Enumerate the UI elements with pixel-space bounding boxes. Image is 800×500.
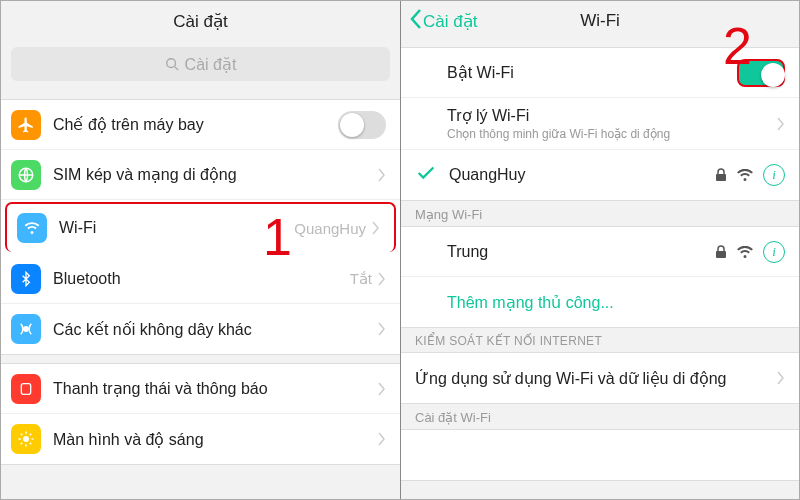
svg-rect-15 [716, 251, 726, 258]
info-icon[interactable]: i [763, 164, 785, 186]
page-title: Wi-Fi [580, 11, 620, 31]
lock-icon [715, 245, 727, 259]
airplane-row[interactable]: Chế độ trên máy bay [1, 100, 400, 150]
networks-group: Trung i Thêm mạng thủ công... [401, 226, 799, 328]
back-label: Cài đặt [423, 11, 477, 32]
other-conn-row[interactable]: Các kết nối không dây khác [1, 304, 400, 354]
settings-pane: Cài đặt Cài đặt Chế độ trên máy bay SIM … [1, 1, 400, 499]
svg-line-11 [30, 443, 32, 445]
add-network-label: Thêm mạng thủ công... [447, 293, 785, 312]
svg-point-3 [24, 327, 29, 332]
connectivity-group: Chế độ trên máy bay SIM kép và mạng di đ… [1, 99, 400, 355]
wifi-top-group: Bật Wi-Fi Trợ lý Wi-Fi Chọn thông minh g… [401, 47, 799, 201]
internet-control-section-label: KIỂM SOÁT KẾT NỐI INTERNET [401, 328, 799, 352]
connected-network-row[interactable]: QuangHuy i [401, 150, 799, 200]
network-name: Trung [447, 243, 715, 261]
display-row[interactable]: Màn hình và độ sáng [1, 414, 400, 464]
sim-label: SIM kép và mạng di động [53, 165, 378, 184]
chevron-right-icon [372, 221, 380, 235]
svg-line-1 [174, 67, 178, 71]
apps-using-row[interactable]: Ứng dụng sử dụng Wi-Fi và dữ liệu di độn… [401, 353, 799, 403]
svg-point-0 [166, 59, 175, 68]
network-row[interactable]: Trung i [401, 227, 799, 277]
airplane-toggle[interactable] [338, 111, 386, 139]
chevron-left-icon [409, 8, 423, 35]
svg-rect-14 [716, 174, 726, 181]
page-title: Cài đặt [173, 11, 227, 32]
airplane-label: Chế độ trên máy bay [53, 115, 338, 134]
svg-line-12 [21, 443, 23, 445]
wifi-assistant-label: Trợ lý Wi-Fi [447, 106, 777, 125]
bluetooth-row[interactable]: Bluetooth Tắt [1, 254, 400, 304]
search-wrap: Cài đặt [1, 41, 400, 91]
chevron-right-icon [378, 168, 386, 182]
airplane-icon [11, 110, 41, 140]
checkmark-icon [415, 162, 439, 188]
wifi-settings-section-label: Cài đặt Wi-Fi [401, 404, 799, 429]
chevron-right-icon [378, 382, 386, 396]
svg-point-5 [23, 436, 29, 442]
back-button[interactable]: Cài đặt [409, 8, 477, 35]
bluetooth-icon [11, 264, 41, 294]
internet-control-group: Ứng dụng sử dụng Wi-Fi và dữ liệu di độn… [401, 352, 799, 404]
svg-line-13 [30, 434, 32, 436]
brightness-icon [11, 424, 41, 454]
status-bar-label: Thanh trạng thái và thông báo [53, 379, 378, 398]
wifi-icon [17, 213, 47, 243]
status-bar-row[interactable]: Thanh trạng thái và thông báo [1, 364, 400, 414]
bluetooth-label: Bluetooth [53, 270, 350, 288]
cutoff-row[interactable] [401, 430, 799, 480]
connected-network-label: QuangHuy [449, 166, 715, 184]
display-label: Màn hình và độ sáng [53, 430, 378, 449]
add-network-row[interactable]: Thêm mạng thủ công... [401, 277, 799, 327]
networks-section-label: Mạng Wi-Fi [401, 201, 799, 226]
title-bar: Cài đặt [1, 1, 400, 41]
search-icon [165, 57, 179, 71]
wifi-detail: QuangHuy [294, 220, 366, 237]
wifi-pane: Cài đặt Wi-Fi Bật Wi-Fi Trợ lý Wi-Fi Chọ… [400, 1, 799, 499]
search-input[interactable]: Cài đặt [11, 47, 390, 81]
wifi-enable-label: Bật Wi-Fi [447, 63, 737, 82]
screenshot-frame: Cài đặt Cài đặt Chế độ trên máy bay SIM … [0, 0, 800, 500]
chevron-right-icon [378, 272, 386, 286]
notification-icon [11, 374, 41, 404]
chevron-right-icon [777, 371, 785, 385]
wifi-row[interactable]: Wi-Fi QuangHuy [5, 202, 396, 252]
bluetooth-detail: Tắt [350, 270, 372, 288]
wifi-label: Wi-Fi [59, 219, 294, 237]
globe-icon [11, 160, 41, 190]
wireless-icon [11, 314, 41, 344]
svg-rect-4 [21, 383, 30, 394]
chevron-right-icon [378, 432, 386, 446]
display-group: Thanh trạng thái và thông báo Màn hình v… [1, 363, 400, 465]
svg-line-10 [21, 434, 23, 436]
wifi-assistant-row[interactable]: Trợ lý Wi-Fi Chọn thông minh giữa Wi-Fi … [401, 98, 799, 150]
wifi-assistant-sub: Chọn thông minh giữa Wi-Fi hoặc di động [447, 127, 777, 141]
apps-using-label: Ứng dụng sử dụng Wi-Fi và dữ liệu di độn… [415, 369, 777, 388]
lock-icon [715, 168, 727, 182]
wifi-settings-group [401, 429, 799, 481]
wifi-enable-row: Bật Wi-Fi [401, 48, 799, 98]
wifi-signal-icon [737, 169, 753, 181]
title-bar: Cài đặt Wi-Fi [401, 1, 799, 41]
chevron-right-icon [378, 322, 386, 336]
info-icon[interactable]: i [763, 241, 785, 263]
search-placeholder: Cài đặt [185, 55, 237, 74]
other-conn-label: Các kết nối không dây khác [53, 320, 378, 339]
wifi-signal-icon [737, 246, 753, 258]
sim-row[interactable]: SIM kép và mạng di động [1, 150, 400, 200]
chevron-right-icon [777, 117, 785, 131]
wifi-toggle[interactable] [737, 59, 785, 87]
